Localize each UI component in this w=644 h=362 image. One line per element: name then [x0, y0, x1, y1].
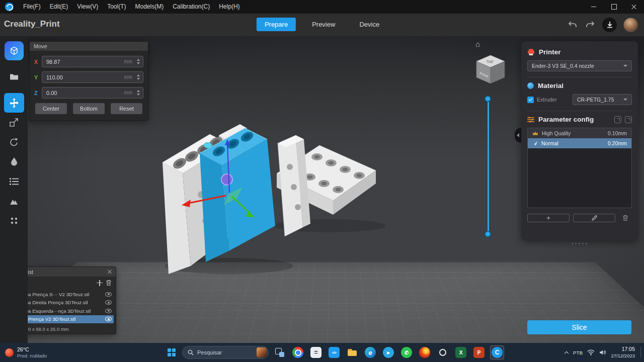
maximize-button[interactable] — [604, 0, 624, 14]
add-model-icon[interactable] — [97, 280, 103, 286]
menu-models[interactable]: Models(M) — [131, 0, 169, 14]
close-button[interactable] — [624, 0, 644, 14]
move-tool-button[interactable] — [4, 93, 24, 113]
language-indicator[interactable]: PTB — [573, 350, 583, 355]
menu-file[interactable]: File(F) — [19, 0, 45, 14]
panel-resize-grip[interactable] — [571, 243, 589, 244]
taskbar-app-file-explorer[interactable] — [345, 345, 359, 359]
clip-slider-top-handle[interactable] — [485, 96, 491, 102]
open-config-icon[interactable] — [625, 116, 632, 123]
y-position-input[interactable]: 110.00 mm — [42, 71, 143, 83]
redo-button[interactable] — [585, 19, 596, 30]
preset-row-high-quality[interactable]: High Quality 0.10mm — [528, 128, 631, 138]
user-avatar[interactable] — [623, 18, 638, 32]
x-axis-label: X — [34, 59, 42, 65]
search-highlight-thumbnail[interactable] — [257, 347, 267, 357]
taskbar-app-whatsapp[interactable]: ✆ — [399, 345, 414, 359]
bottom-button[interactable]: Bottom — [73, 103, 105, 114]
reset-button[interactable]: Reset — [111, 103, 142, 114]
menu-edit[interactable]: Edit(E) — [45, 0, 73, 14]
undo-button[interactable] — [567, 19, 578, 30]
z-spinner[interactable] — [137, 90, 141, 96]
search-input[interactable] — [197, 349, 253, 355]
download-button[interactable] — [602, 18, 617, 32]
x-position-value[interactable]: 98.87 — [46, 59, 124, 65]
telegram-icon: ▸ — [383, 347, 394, 358]
tab-prepare[interactable]: Prepare — [257, 18, 296, 31]
taskbar-app-edge[interactable]: e — [363, 345, 377, 359]
visibility-eye-icon[interactable] — [105, 309, 112, 313]
support-tool-button[interactable] — [4, 191, 24, 211]
menu-tool[interactable]: Tool(T) — [103, 0, 130, 14]
extruder-checkbox[interactable] — [527, 97, 534, 103]
clip-slider[interactable] — [485, 96, 492, 237]
z-position-value[interactable]: 0.00 — [46, 90, 124, 96]
taskbar-app-calculator[interactable]: = — [309, 345, 323, 359]
material-select[interactable]: CR-PETG_1.75 — [573, 94, 632, 105]
taskbar-app-telegram[interactable]: ▸ — [381, 345, 395, 359]
menu-help[interactable]: Help(H) — [214, 0, 244, 14]
toolbar-sidebar — [0, 36, 28, 343]
show-desktop-button[interactable] — [640, 347, 641, 358]
rotate-icon — [9, 137, 19, 147]
parameter-section-title: Parameter config — [538, 116, 594, 123]
menu-view[interactable]: View(V) — [72, 0, 103, 14]
open-file-button[interactable] — [4, 67, 24, 86]
taskbar-app-vscode[interactable]: </> — [327, 345, 341, 359]
weather-widget[interactable]: 26°C Pred. nublado — [0, 343, 52, 362]
edit-preset-button[interactable] — [573, 214, 615, 222]
volume-icon[interactable] — [599, 349, 606, 355]
visibility-eye-icon[interactable] — [105, 300, 112, 305]
home-view-button[interactable]: ⌂ — [475, 40, 480, 48]
y-position-value[interactable]: 110.00 — [46, 74, 124, 80]
taskbar-app-chrome[interactable] — [291, 345, 305, 359]
move-panel: Move X 98.87 mm Y 110.00 mm Z 0.00 mm — [29, 41, 148, 121]
z-position-input[interactable]: 0.00 mm — [42, 87, 143, 99]
clip-slider-bottom-handle[interactable] — [485, 231, 491, 237]
close-icon[interactable] — [107, 269, 112, 275]
chevron-down-icon — [623, 65, 627, 67]
weather-temp: 26°C — [17, 346, 47, 353]
more-tools-button[interactable] — [4, 211, 24, 230]
tab-device[interactable]: Device — [351, 18, 387, 31]
tab-preview[interactable]: Preview — [304, 18, 343, 31]
taskbar-search[interactable] — [182, 346, 269, 359]
visibility-eye-icon[interactable] — [105, 317, 112, 321]
x-position-input[interactable]: 98.87 mm — [42, 56, 143, 67]
x-spinner[interactable] — [137, 59, 141, 64]
minimize-button[interactable] — [584, 0, 604, 14]
slice-button[interactable]: Slice — [527, 320, 631, 334]
calculator-icon: = — [310, 347, 321, 358]
dart-icon — [532, 141, 538, 146]
printer-select[interactable]: Ender-3 V3 SE_0.4 nozzle — [527, 60, 632, 71]
menu-calibration[interactable]: Calibration(C) — [168, 0, 214, 14]
wifi-icon[interactable] — [587, 349, 595, 355]
taskbar-app-obs-studio[interactable] — [436, 345, 450, 359]
workspace-cube-button[interactable] — [5, 41, 24, 60]
paint-tool-button[interactable] — [4, 152, 24, 171]
view-cube[interactable]: Top Front — [474, 53, 507, 86]
clip-slider-track[interactable] — [488, 99, 489, 234]
taskbar-app-firefox[interactable] — [418, 345, 432, 359]
scale-tool-button[interactable] — [4, 113, 24, 132]
preset-row-normal[interactable]: Normal 0.20mm — [528, 138, 631, 148]
taskbar-clock[interactable]: 17:05 27/12/2023 — [611, 346, 635, 359]
export-config-icon[interactable] — [614, 116, 621, 123]
taskbar-app-creality-print[interactable]: C — [490, 345, 504, 359]
visibility-eye-icon[interactable] — [105, 292, 112, 297]
y-spinner[interactable] — [137, 74, 141, 80]
center-button[interactable]: Center — [35, 103, 67, 114]
object-list-tool-button[interactable] — [4, 171, 24, 191]
add-preset-button[interactable]: + — [527, 214, 570, 222]
taskbar-app-powerpoint[interactable]: P — [472, 345, 486, 359]
tray-chevron-up-icon[interactable] — [564, 350, 569, 355]
rotate-tool-button[interactable] — [4, 132, 24, 152]
edge-icon: e — [365, 347, 376, 358]
start-button[interactable] — [165, 346, 178, 359]
delete-preset-button[interactable] — [619, 215, 632, 221]
delete-model-button[interactable] — [106, 280, 112, 286]
taskbar-app-excel[interactable]: X — [454, 345, 468, 359]
support-mountain-icon — [9, 197, 19, 205]
taskbar-app-task-view[interactable] — [273, 345, 287, 359]
model-back-slab[interactable] — [278, 135, 310, 236]
